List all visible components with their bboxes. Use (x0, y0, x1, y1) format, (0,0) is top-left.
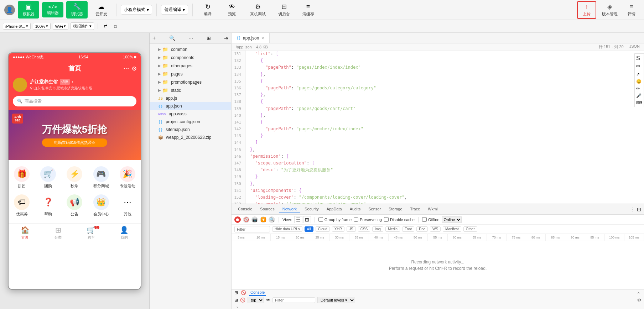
filter-tag-xhr[interactable]: XHR (332, 226, 344, 232)
file-search-btn[interactable]: 🔍 (169, 35, 175, 41)
phone-icon-item[interactable]: ❓ 帮助 (35, 192, 61, 220)
console-stop-icon[interactable]: 🚫 (240, 298, 245, 303)
editor-tab-appjson[interactable]: {} app.json × (232, 33, 270, 43)
line-content[interactable]: "pagePath": "pages/member/index/index" (246, 126, 363, 132)
file-item[interactable]: ▶ 📁 common (150, 45, 231, 53)
disable-cache-check[interactable] (384, 217, 389, 222)
ft-pen-icon[interactable]: ✏ (635, 85, 643, 92)
filter-tag-other[interactable]: Other (463, 226, 477, 232)
nav-item[interactable]: ⊞ 分类 (42, 226, 75, 240)
filter-tag-all[interactable]: All (305, 226, 313, 232)
console-eye-icon[interactable]: 👁 (266, 298, 270, 303)
file-item[interactable]: {} app.json (150, 102, 231, 110)
devtools-tab-appdata[interactable]: AppData (323, 205, 346, 213)
view-list-btn[interactable]: ☰ (294, 216, 302, 223)
collapse-btn[interactable]: ⇥ (224, 35, 228, 41)
window-btn[interactable]: □ (112, 23, 119, 30)
ft-mic-icon[interactable]: 🎤 (635, 93, 643, 99)
file-item[interactable]: wxss app.wxss (150, 110, 231, 118)
device-select[interactable]: iPhone 6/... ▾ (3, 23, 31, 30)
network-filter-input[interactable] (234, 226, 270, 232)
line-content[interactable]: "pagePath": "pages/goods/category/catego… (246, 85, 376, 91)
line-content[interactable]: "scope.userLocation": { (246, 160, 315, 167)
file-item[interactable]: JS app.js (150, 94, 231, 102)
file-item[interactable]: ▶ 📁 promotionpages (150, 78, 231, 86)
filter-tag-js[interactable]: JS (347, 226, 356, 232)
cut-btn[interactable]: ⊟ 切后台 (273, 1, 295, 19)
offline-check[interactable] (422, 217, 427, 222)
real-btn[interactable]: ⚙ 真机调试 (245, 1, 270, 19)
line-content[interactable]: "list": [ (246, 51, 279, 57)
line-content[interactable]: "loading-cover": "/components/loading-co… (246, 194, 407, 201)
ft-arrow-icon[interactable]: ↗ (635, 71, 643, 78)
devtools-more-btn[interactable]: ⋮ (630, 206, 635, 212)
mode-select[interactable]: 小程序模式 ▾ (121, 5, 152, 15)
file-item[interactable]: {} project.config.json (150, 118, 231, 126)
line-content[interactable]: "pagePath": "pages/goods/cart/cart" (246, 105, 355, 112)
ft-kb-icon[interactable]: ⌨ (635, 100, 643, 106)
add-btn[interactable]: + (152, 35, 156, 41)
group-by-frame-check[interactable] (318, 217, 323, 222)
file-item[interactable]: 📦 weapp_2_20200623.zip (150, 133, 231, 141)
devtools-tab-sensor[interactable]: Sensor (365, 205, 384, 213)
console-level-select[interactable]: Default levels ▾ (317, 297, 355, 303)
filter-tag-img[interactable]: Img (372, 226, 383, 232)
sort-btn[interactable]: ⊞ (207, 35, 211, 41)
ft-s-icon[interactable]: S (635, 54, 643, 62)
online-select[interactable]: Online (442, 216, 462, 223)
file-item[interactable]: ▶ 📁 components (150, 53, 231, 62)
more-btn[interactable]: ⋯ (188, 35, 193, 41)
clean-btn[interactable]: ≡ 清缓存 (297, 1, 319, 19)
line-content[interactable]: { (246, 119, 263, 126)
console-tab[interactable]: Console (249, 289, 266, 296)
compile-select[interactable]: 普通编译 ▾ (161, 5, 188, 15)
camera-btn[interactable]: 📷 (251, 216, 258, 223)
line-content[interactable]: } (246, 132, 263, 139)
file-item[interactable]: ▶ 📁 otherpages (150, 62, 231, 70)
file-item[interactable]: ▶ 📁 static (150, 86, 231, 94)
console-frame-select-icon[interactable]: ⊞ (234, 298, 238, 303)
review-btn[interactable]: ≡ 评情 (623, 2, 640, 18)
search-input-fake[interactable]: 🔍 商品搜索 (13, 96, 136, 106)
refresh-btn[interactable]: ↻ 编译 (197, 1, 218, 19)
devtools-tab-audits[interactable]: Audits (346, 205, 364, 213)
filter-tag-media[interactable]: Media (385, 226, 400, 232)
console-close-btn[interactable]: × (636, 290, 641, 295)
console-settings-icon[interactable]: ⚙ (637, 298, 641, 303)
phone-icon-item[interactable]: 📢 公告 (61, 192, 88, 220)
line-content[interactable]: }, (246, 146, 255, 153)
phone-icon-item[interactable]: ⚡ 秒杀 (61, 163, 88, 192)
record-btn[interactable]: ⏺ (234, 216, 241, 223)
offline-checkbox[interactable]: Offline (422, 217, 440, 222)
view-grid-btn[interactable]: ⊞ (303, 216, 311, 223)
phone-menu-icon[interactable]: ⋯ (123, 65, 129, 72)
ft-zh-icon[interactable]: 中 (635, 63, 643, 70)
action-select[interactable]: 模拟操作 ▾ (71, 22, 94, 30)
upload-btn[interactable]: ↑ 上传 (577, 1, 596, 19)
avatar[interactable]: 👤 (4, 5, 15, 15)
debug-btn[interactable]: 🔧 调试器 (66, 1, 88, 19)
cloud-btn[interactable]: ☁ 云开发 (90, 1, 112, 19)
filter-tag-css[interactable]: CSS (358, 226, 370, 232)
line-content[interactable]: "desc": "为了更好地为您提供服务" (246, 167, 333, 173)
preserve-log-check[interactable] (354, 217, 358, 222)
phone-icon-item[interactable]: 🎁 拼团 (9, 163, 35, 192)
devtools-tab-trace[interactable]: Trace (407, 205, 424, 213)
zoom-select[interactable]: 100% ▾ (33, 23, 51, 30)
phone-icon-item[interactable]: ⋯ 其他 (114, 192, 141, 220)
line-content[interactable]: "ns-empty": "/components/ns-empty/ns-emp… (246, 201, 368, 204)
devtools-tab-network[interactable]: Network (279, 205, 300, 213)
nav-item[interactable]: 👤 我的 (108, 226, 141, 240)
phone-icon-item[interactable]: 🛒 团购 (35, 163, 61, 192)
devtools-tab-sources[interactable]: Sources (256, 205, 278, 213)
file-item[interactable]: {} sitemap.json (150, 126, 231, 133)
phone-icon-item[interactable]: 🎮 积分商城 (88, 163, 114, 192)
phone-icon-item[interactable]: 🏷 优惠券 (9, 192, 35, 220)
filter-tag-cloud[interactable]: Cloud (316, 226, 330, 232)
devtools-tab-storage[interactable]: Storage (385, 205, 406, 213)
console-stop-btn[interactable]: 🚫 (241, 290, 246, 295)
phone-camera-icon[interactable]: ⊙ (132, 65, 136, 72)
phone-icon-item[interactable]: 🎉 专题活动 (114, 163, 141, 192)
version-btn[interactable]: ◈ 版本管理 (598, 1, 622, 18)
rotate-btn[interactable]: ⇄ (102, 23, 110, 30)
